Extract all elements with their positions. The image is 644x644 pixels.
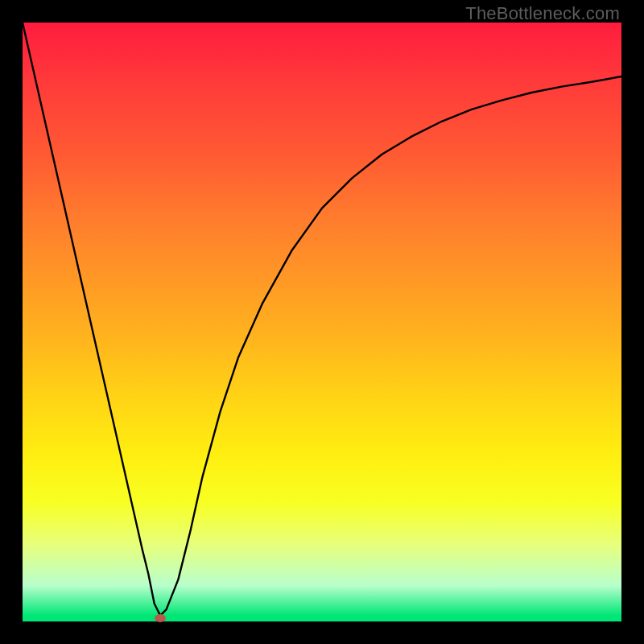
plot-area bbox=[23, 23, 621, 621]
minimum-marker bbox=[155, 614, 166, 622]
watermark-text: TheBottleneck.com bbox=[465, 3, 620, 24]
bottleneck-curve bbox=[23, 23, 621, 621]
curve-path bbox=[23, 23, 621, 616]
chart-frame: TheBottleneck.com bbox=[0, 0, 644, 644]
